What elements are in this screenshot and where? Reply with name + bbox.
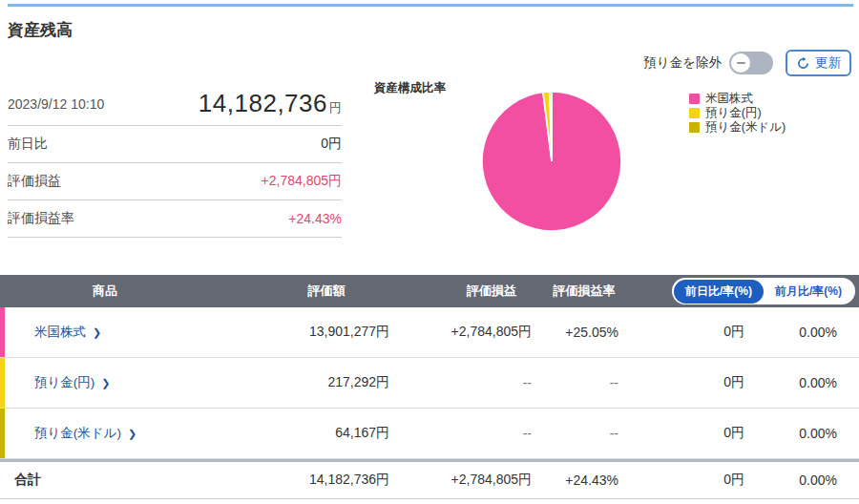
refresh-label: 更新	[815, 54, 841, 72]
timestamp: 2023/9/12 10:10	[8, 96, 104, 112]
period-toggle-group: 前日比/率(%) 前月比/率(%)	[672, 278, 855, 304]
header-product: 商品	[57, 275, 153, 307]
chevron-right-icon: ❯	[128, 428, 136, 440]
period-toggle-month[interactable]: 前月比/率(%)	[764, 280, 853, 304]
cell-day-rate: 0.00%	[799, 375, 837, 390]
row-stripe-yellow	[0, 358, 5, 408]
cell-total-gain-rate: +24.43%	[565, 472, 618, 488]
gain-label: 評価損益	[8, 173, 61, 190]
refresh-icon	[796, 56, 810, 71]
pie-legend: 米国株式 預り金(円) 預り金(米ドル)	[689, 92, 786, 134]
exclude-deposit-toggle[interactable]	[729, 52, 773, 74]
gain-rate-value: +24.43%	[288, 211, 342, 226]
row-label: 米国株式	[34, 324, 86, 341]
asset-composition-pie-chart	[480, 90, 623, 233]
summary-gain-rate-row: 評価損益率 +24.43%	[8, 200, 342, 238]
cell-gain-rate: --	[610, 375, 618, 390]
row-link-us-stocks[interactable]: 米国株式❯	[34, 324, 101, 341]
table-row-us-stocks: 米国株式❯ 13,901,277円 +2,784,805円 +25.05% 0円…	[0, 307, 859, 358]
toggle-knob	[731, 53, 750, 73]
gain-rate-label: 評価損益率	[8, 210, 74, 227]
period-toggle-day[interactable]: 前日比/率(%)	[674, 280, 764, 304]
top-controls: 預り金を除外 更新	[643, 50, 851, 76]
cell-value: 217,292円	[327, 374, 389, 391]
page-title: 資産残高	[8, 19, 73, 41]
refresh-button[interactable]: 更新	[786, 50, 851, 76]
exclude-deposit-label: 預り金を除外	[643, 54, 722, 72]
cell-day-change: 0円	[723, 425, 744, 442]
table-row-deposit-usd: 預り金(米ドル)❯ 64,167円 -- -- 0円 0.00%	[0, 409, 859, 459]
cell-total-day-change: 0円	[723, 472, 744, 489]
header-value: 評価額	[269, 275, 384, 307]
legend-label: 預り金(米ドル)	[705, 119, 786, 136]
gain-value: +2,784,805円	[262, 173, 342, 190]
day-change-label: 前日比	[8, 136, 48, 153]
asset-table: 商品 評価額 評価損益 評価損益率 前日比/率(%) 前月比/率(%) 米国株式…	[0, 275, 859, 499]
total-asset-amount: 14,182,736 円	[199, 89, 342, 118]
legend-item-deposit-jpy: 預り金(円)	[689, 106, 786, 119]
cell-total-gain: +2,784,805円	[451, 472, 532, 489]
legend-item-us-stocks: 米国株式	[689, 92, 786, 105]
summary-total-row: 2023/9/12 10:10 14,182,736 円	[8, 82, 342, 126]
legend-swatch-yellow	[689, 108, 700, 118]
cell-total-value: 14,182,736円	[309, 472, 389, 489]
chevron-right-icon: ❯	[93, 326, 101, 339]
table-row-total: 合計 14,182,736円 +2,784,805円 +24.43% 0円 0.…	[0, 462, 859, 499]
top-divider	[8, 4, 853, 7]
summary-gain-row: 評価損益 +2,784,805円	[8, 163, 342, 200]
chevron-right-icon: ❯	[101, 377, 110, 389]
cell-day-change: 0円	[723, 374, 744, 391]
row-link-deposit-usd[interactable]: 預り金(米ドル)❯	[34, 425, 136, 442]
total-asset-number: 14,182,736	[199, 89, 327, 118]
row-link-deposit-jpy[interactable]: 預り金(円)❯	[34, 374, 111, 391]
cell-day-rate: 0.00%	[799, 426, 837, 441]
cell-day-rate: 0.00%	[799, 325, 837, 340]
row-label: 預り金(円)	[34, 374, 94, 391]
pie-chart-title: 資産構成比率	[374, 80, 446, 96]
cell-gain-rate: --	[610, 426, 618, 441]
minus-icon	[737, 62, 745, 64]
total-asset-unit: 円	[329, 99, 342, 116]
cell-total-day-rate: 0.00%	[799, 472, 837, 488]
legend-swatch-pink	[689, 94, 700, 104]
table-row-deposit-jpy: 預り金(円)❯ 217,292円 -- -- 0円 0.00%	[0, 358, 859, 409]
cell-day-change: 0円	[723, 324, 744, 341]
cell-gain: --	[523, 426, 532, 441]
cell-gain: +2,784,805円	[451, 324, 532, 341]
cell-value: 64,167円	[335, 425, 389, 442]
summary-day-change-row: 前日比 0円	[8, 126, 342, 163]
day-change-value: 0円	[321, 136, 342, 153]
cell-gain-rate: +25.05%	[565, 325, 618, 340]
legend-swatch-dark-yellow	[689, 122, 700, 133]
cell-gain: --	[523, 375, 532, 390]
row-stripe-pink	[0, 307, 5, 357]
total-label: 合計	[14, 472, 41, 489]
summary-panel: 2023/9/12 10:10 14,182,736 円 前日比 0円 評価損益…	[8, 82, 342, 238]
row-label: 預り金(米ドル)	[34, 425, 121, 442]
cell-value: 13,901,277円	[309, 324, 389, 341]
asset-balance-page: 資産残高 預り金を除外 更新 2023/9/12 10:10 14,182,73…	[0, 0, 859, 504]
table-header: 商品 評価額 評価損益 評価損益率 前日比/率(%) 前月比/率(%)	[0, 275, 859, 307]
legend-item-deposit-usd: 預り金(米ドル)	[689, 120, 786, 134]
row-stripe-dark-yellow	[0, 409, 5, 458]
header-gain-rate: 評価損益率	[527, 275, 641, 307]
